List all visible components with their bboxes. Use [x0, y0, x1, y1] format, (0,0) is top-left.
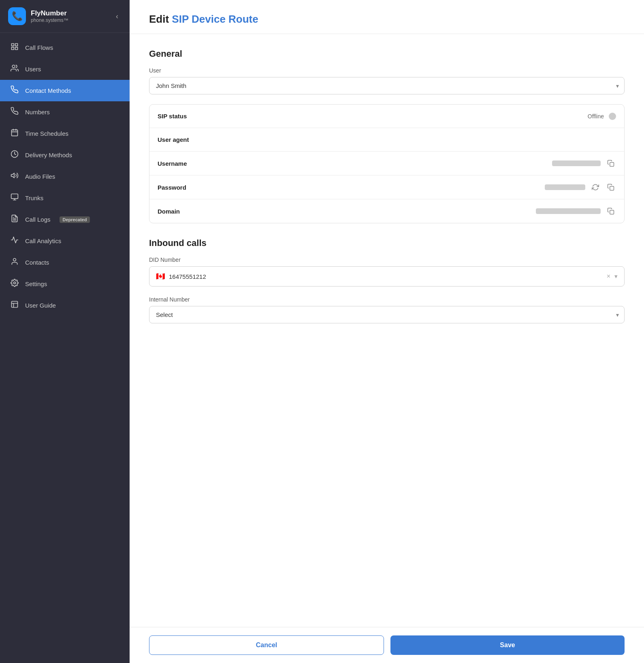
brand-phone-icon: 📞	[12, 11, 23, 21]
sip-status-row: SIP status Offline	[149, 105, 624, 128]
brand-icon: 📞	[8, 7, 26, 25]
time-schedules-icon	[10, 128, 19, 139]
sidebar-header: 📞 FlyNumber phone.systems™ ‹	[0, 0, 130, 33]
domain-row: Domain	[149, 199, 624, 223]
password-row: Password	[149, 175, 624, 199]
username-copy-button[interactable]	[606, 158, 616, 169]
brand: 📞 FlyNumber phone.systems™	[8, 7, 68, 25]
sidebar-nav: Call Flows Users Contact Methods Numbers	[0, 33, 130, 663]
sidebar-collapse-button[interactable]: ‹	[113, 11, 122, 22]
sip-status-label: SIP status	[158, 113, 239, 120]
deprecated-badge: Deprecated	[60, 216, 90, 223]
sip-status-value: Offline	[239, 113, 616, 120]
audio-files-label: Audio Files	[25, 173, 55, 180]
domain-label: Domain	[158, 208, 239, 215]
contact-methods-icon	[10, 86, 19, 96]
trunks-label: Trunks	[25, 195, 43, 201]
password-value	[239, 182, 616, 192]
svg-rect-11	[11, 194, 18, 199]
username-label: Username	[158, 160, 239, 167]
svg-point-4	[12, 65, 15, 68]
sidebar-item-delivery-methods[interactable]: Delivery Methods	[0, 144, 130, 166]
password-masked	[545, 184, 585, 190]
sidebar: 📞 FlyNumber phone.systems™ ‹ Call Flows …	[0, 0, 130, 663]
sidebar-item-trunks[interactable]: Trunks	[0, 187, 130, 209]
svg-rect-21	[610, 163, 614, 167]
contacts-label: Contacts	[25, 259, 49, 266]
sidebar-item-users[interactable]: Users	[0, 58, 130, 80]
sidebar-item-call-analytics[interactable]: Call Analytics	[0, 230, 130, 252]
did-clear-button[interactable]: ×	[606, 272, 611, 280]
sip-status-indicator	[609, 113, 616, 120]
page-title: Edit SIP Device Route	[149, 13, 625, 26]
main-content: Edit SIP Device Route General User John …	[130, 0, 644, 663]
did-select-box[interactable]: 🇨🇦 16475551212 × ▾	[149, 266, 625, 287]
did-select-wrapper: 🇨🇦 16475551212 × ▾	[149, 266, 625, 287]
user-select-wrapper: John Smith ▾	[149, 77, 625, 94]
time-schedules-label: Time Schedules	[25, 130, 68, 137]
footer-actions: Cancel Save	[130, 627, 644, 663]
sip-info-table: SIP status Offline User agent Username	[149, 104, 625, 223]
user-select[interactable]: John Smith	[149, 77, 625, 94]
call-logs-label: Call Logs	[25, 216, 51, 223]
page-title-highlight: SIP Device Route	[172, 13, 258, 25]
svg-rect-1	[15, 44, 18, 46]
sidebar-item-contact-methods[interactable]: Contact Methods	[0, 80, 130, 101]
user-guide-icon	[10, 300, 19, 310]
user-agent-row: User agent	[149, 128, 624, 152]
svg-rect-0	[12, 44, 14, 46]
delivery-methods-icon	[10, 150, 19, 160]
did-actions: × ▾	[606, 272, 618, 280]
call-flows-label: Call Flows	[25, 44, 53, 51]
page-header: Edit SIP Device Route	[130, 0, 644, 34]
numbers-label: Numbers	[25, 109, 50, 115]
sidebar-item-time-schedules[interactable]: Time Schedules	[0, 123, 130, 144]
delivery-methods-label: Delivery Methods	[25, 152, 72, 158]
inbound-section-title: Inbound calls	[149, 238, 625, 248]
users-label: Users	[25, 66, 41, 73]
numbers-icon	[10, 107, 19, 117]
sip-status-text: Offline	[588, 113, 604, 120]
internal-number-select[interactable]: Select	[149, 306, 625, 323]
audio-files-icon	[10, 171, 19, 182]
internal-number-select-wrapper: Select ▾	[149, 306, 625, 323]
user-guide-label: User Guide	[25, 302, 56, 309]
sidebar-item-call-logs[interactable]: Call Logs Deprecated	[0, 209, 130, 230]
domain-masked	[536, 208, 601, 214]
call-logs-icon	[10, 214, 19, 225]
svg-point-17	[14, 282, 16, 284]
call-analytics-label: Call Analytics	[25, 237, 61, 244]
sidebar-item-contacts[interactable]: Contacts	[0, 252, 130, 273]
brand-text: FlyNumber phone.systems™	[31, 9, 68, 23]
did-flag: 🇨🇦	[156, 272, 165, 281]
contact-methods-label: Contact Methods	[25, 87, 71, 94]
page-title-static: Edit	[149, 13, 169, 25]
sidebar-item-numbers[interactable]: Numbers	[0, 101, 130, 123]
did-chevron-icon: ▾	[614, 273, 618, 280]
internal-number-label: Internal Number	[149, 296, 625, 303]
sidebar-item-audio-files[interactable]: Audio Files	[0, 166, 130, 187]
username-value	[239, 158, 616, 169]
username-row: Username	[149, 152, 624, 175]
sidebar-item-call-flows[interactable]: Call Flows	[0, 37, 130, 58]
did-number-value: 16475551212	[169, 273, 602, 280]
password-copy-button[interactable]	[606, 182, 616, 192]
save-button[interactable]: Save	[390, 635, 625, 655]
svg-marker-10	[11, 173, 15, 178]
contacts-icon	[10, 257, 19, 267]
password-refresh-button[interactable]	[590, 182, 601, 192]
did-number-label: DID Number	[149, 257, 625, 263]
svg-point-16	[13, 259, 16, 261]
svg-rect-5	[12, 130, 18, 136]
svg-rect-3	[12, 47, 14, 50]
cancel-button[interactable]: Cancel	[149, 635, 384, 655]
sidebar-item-user-guide[interactable]: User Guide	[0, 295, 130, 316]
brand-subtitle: phone.systems™	[31, 17, 68, 23]
svg-rect-23	[610, 210, 614, 214]
sidebar-item-settings[interactable]: Settings	[0, 273, 130, 295]
svg-rect-22	[610, 186, 614, 190]
settings-icon	[10, 279, 19, 289]
domain-copy-button[interactable]	[606, 206, 616, 216]
call-flows-icon	[10, 43, 19, 53]
user-agent-label: User agent	[158, 136, 239, 143]
